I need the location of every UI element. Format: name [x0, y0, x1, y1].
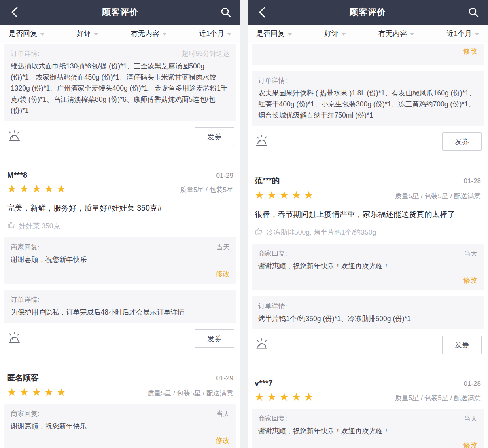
filter-period-label: 近1个月	[446, 29, 472, 38]
merchant-reply-label: 商家回复:	[258, 249, 287, 258]
modify-reply-link[interactable]: 修改	[258, 46, 477, 56]
action-row: 发券	[255, 132, 482, 151]
chevron-down-icon	[40, 33, 45, 36]
filter-content[interactable]: 有无内容	[131, 29, 167, 38]
filter-reply-status[interactable]: 是否回复	[256, 29, 292, 38]
filter-content[interactable]: 有无内容	[378, 29, 414, 38]
merchant-reply-text: 谢谢惠顾，祝您新年快乐！欢迎再次光临！	[258, 425, 477, 437]
review-divider	[252, 368, 483, 368]
star-rating: ★★★★★	[7, 184, 69, 194]
dual-screenshot-container: 顾客评价 是否回复 好评 有无内容 近1个月 订单详情: 超时55分钟送达 维达…	[0, 0, 488, 448]
issue-coupon-button[interactable]: 发券	[195, 329, 234, 348]
reviewer-name: M***8	[7, 171, 27, 180]
issue-coupon-button[interactable]: 发券	[442, 336, 482, 354]
search-icon[interactable]	[467, 6, 480, 19]
filter-rating-label: 好评	[77, 29, 91, 38]
review-date: 01-28	[464, 177, 481, 185]
reviewer-name: 范***的	[255, 175, 280, 186]
reply-time: 当天	[216, 409, 230, 418]
review-text: 很棒，春节期间赶上疫情严重，家乐福还能送货真的太棒了	[255, 209, 481, 220]
merchant-reply-text: 谢谢惠顾，祝您新年快乐	[11, 421, 230, 432]
order-details-box: 订单详情: 超时55分钟送达 维达抽取式面巾纸130抽*6包/提 (份)*1、三…	[4, 44, 236, 121]
filter-period[interactable]: 近1个月	[446, 29, 479, 38]
alarm-icon[interactable]	[7, 130, 21, 144]
filter-period[interactable]: 近1个月	[199, 29, 232, 38]
modify-reply-link[interactable]: 修改	[11, 269, 230, 279]
search-icon[interactable]	[219, 6, 233, 19]
filter-reply-label: 是否回复	[9, 29, 37, 38]
rating-breakdown: 质量5星 / 包装5星	[180, 185, 233, 194]
thumb-up-icon	[255, 227, 263, 237]
order-items: 农夫果园果汁饮料 ( 热带水果 )1.8L (份)*1、有友山椒凤爪160g (…	[258, 87, 477, 121]
order-details-label: 订单详情:	[258, 76, 287, 85]
star-rating: ★★★★★	[255, 190, 316, 201]
chevron-down-icon	[410, 33, 414, 36]
filter-reply-status[interactable]: 是否回复	[9, 29, 45, 38]
issue-coupon-button[interactable]: 发券	[195, 127, 234, 146]
review-divider	[5, 362, 236, 362]
merchant-reply-label: 商家回复:	[11, 409, 40, 418]
product-tag-label: 娃娃菜 350克	[19, 221, 60, 231]
chevron-down-icon	[341, 33, 346, 36]
back-icon[interactable]	[8, 6, 21, 19]
chevron-down-icon	[288, 33, 292, 36]
review-date: 01-28	[464, 380, 481, 388]
review-card: 范***的 01-28 ★★★★★ 质量5星 / 包装5星 / 配送满意 很棒，…	[252, 175, 484, 354]
rating-breakdown: 质量5星 / 包装5星 / 配送满意	[395, 393, 481, 402]
alarm-icon[interactable]	[7, 332, 21, 346]
merchant-reply-label: 商家回复:	[11, 243, 40, 252]
back-icon[interactable]	[255, 6, 269, 19]
left-app-header: 顾客评价	[0, 0, 240, 25]
filter-period-label: 近1个月	[199, 29, 224, 38]
reply-time: 当天	[464, 249, 477, 258]
merchant-reply-text: 谢谢惠顾，祝您新年快乐！欢迎再次光临！	[258, 260, 477, 271]
order-details-label: 订单详情:	[11, 49, 40, 58]
merchant-reply-text: 谢谢惠顾，祝您新年快乐	[11, 254, 230, 265]
filter-rating[interactable]: 好评	[324, 29, 346, 38]
modify-reply-link[interactable]: 修改	[11, 436, 230, 445]
action-row: 发券	[7, 329, 234, 348]
merchant-reply-box: 商家回复: 当天 谢谢惠顾，祝您新年快乐 修改	[4, 237, 236, 284]
filter-content-label: 有无内容	[131, 29, 159, 38]
order-details-label: 订单详情:	[258, 302, 287, 311]
reply-time: 当天	[216, 243, 230, 252]
page-title: 顾客评价	[350, 6, 386, 18]
review-card: M***8 01-29 ★★★★★ 质量5星 / 包装5星 完美，新鲜，服务好，…	[4, 171, 236, 348]
reviewer-name: 匿名顾客	[7, 372, 39, 383]
chevron-down-icon	[475, 33, 479, 36]
star-rating: ★★★★★	[255, 392, 316, 402]
chevron-down-icon	[227, 33, 232, 36]
alarm-icon[interactable]	[255, 338, 269, 352]
delivery-status: 超时55分钟送达	[182, 49, 230, 58]
product-tag-label: 冷冻肋排500g, 烤半片鸭1个/约350g	[267, 228, 376, 237]
left-filter-bar: 是否回复 好评 有无内容 近1个月	[0, 25, 240, 43]
order-details-label: 订单详情:	[11, 295, 40, 304]
thumb-up-icon	[7, 221, 15, 231]
action-row: 发券	[255, 336, 482, 354]
review-divider	[5, 160, 236, 160]
filter-rating[interactable]: 好评	[77, 29, 98, 38]
modify-reply-link[interactable]: 修改	[258, 275, 477, 285]
rating-breakdown: 质量5星 / 包装5星 / 配送满意	[395, 192, 481, 201]
action-row: 发券	[7, 127, 234, 146]
filter-content-label: 有无内容	[378, 29, 407, 38]
review-date: 01-29	[216, 172, 233, 180]
chevron-down-icon	[94, 33, 98, 36]
product-tag: 娃娃菜 350克	[7, 221, 233, 231]
filter-rating-label: 好评	[324, 29, 339, 38]
merchant-reply-box: 商家回复: 当天 谢谢惠顾，祝您新年快乐！欢迎再次光临！ 修改	[252, 409, 484, 448]
order-items: 维达抽取式面巾纸130抽*6包/提 (份)*1、三全凌黑芝麻汤圆500g (份)…	[11, 61, 230, 116]
alarm-icon[interactable]	[255, 135, 269, 149]
chevron-down-icon	[162, 33, 167, 36]
merchant-reply-box: 商家回复: 当天 谢谢惠顾，祝您新年快乐！欢迎再次光临！ 修改	[252, 244, 484, 290]
review-text: 完美，新鲜，服务好，质量好#娃娃菜 350克#	[7, 202, 233, 214]
modify-reply-link[interactable]: 修改	[258, 440, 477, 448]
merchant-reply-box: 修改	[252, 44, 484, 65]
review-date: 01-29	[216, 374, 233, 382]
issue-coupon-button[interactable]: 发券	[442, 132, 482, 151]
review-card: v***7 01-28 ★★★★★ 质量5星 / 包装5星 / 配送满意 商家回…	[252, 379, 484, 448]
product-tag: 冷冻肋排500g, 烤半片鸭1个/约350g	[255, 227, 481, 237]
right-screen: 顾客评价 是否回复 好评 有无内容 近1个月 修改 订单详情: 农夫果园果汁饮料…	[248, 0, 488, 448]
reviewer-name: v***7	[255, 379, 273, 388]
order-details-box: 订单详情: 为保护用户隐私，订单完成后48小时后才会展示订单详情	[4, 290, 236, 323]
